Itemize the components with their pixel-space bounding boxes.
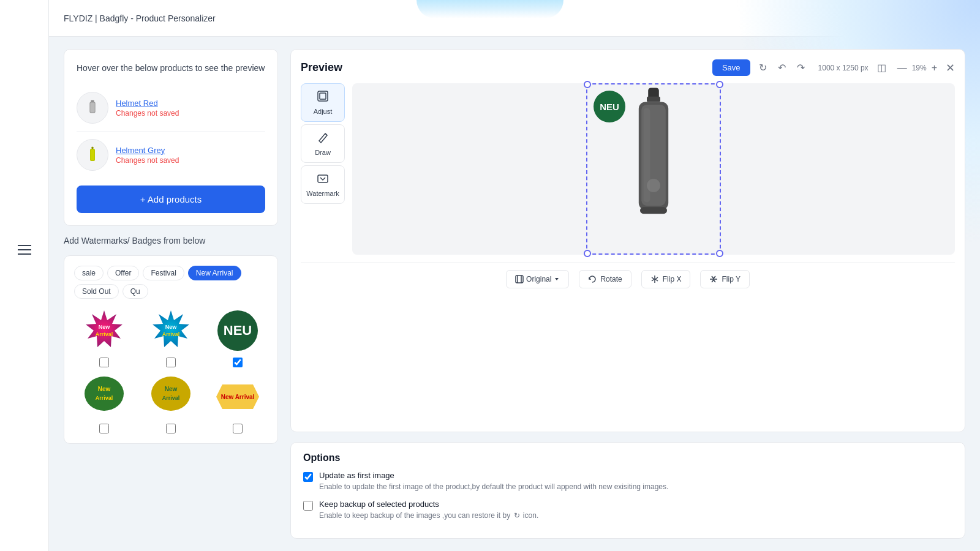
product-name-1[interactable]: Helmet Red xyxy=(116,99,179,108)
chevron-down-icon xyxy=(554,276,560,282)
original-icon xyxy=(515,275,524,283)
badge-item-3: NEU xyxy=(208,309,268,367)
badge-checkbox-1[interactable] xyxy=(99,358,109,367)
badge-checkbox-5[interactable] xyxy=(166,424,176,433)
zoom-out-btn[interactable]: — xyxy=(895,60,910,76)
tool-watermark-btn[interactable]: Watermark xyxy=(301,165,345,204)
flip-y-icon xyxy=(709,275,718,283)
flip-x-label: Flip X xyxy=(663,275,682,283)
tab-festival[interactable]: Festival xyxy=(143,266,184,280)
badge-svg-6: New Arrival xyxy=(216,384,259,409)
badge-item-1: New Arrival xyxy=(74,309,134,367)
zoom-level: 19% xyxy=(912,64,927,72)
flip-x-btn[interactable]: Flip X xyxy=(641,270,691,288)
product-info-2: Helment Grey Changes not saved xyxy=(116,146,179,165)
preview-save-btn[interactable]: Save xyxy=(712,59,750,76)
original-btn[interactable]: Original xyxy=(506,270,569,288)
svg-rect-0 xyxy=(91,100,94,102)
neu-badge: NEU xyxy=(594,91,625,122)
option-text-1: Update as first image Enable to update t… xyxy=(319,471,668,492)
badge-item-2: New Arrival xyxy=(141,309,200,367)
svg-text:New: New xyxy=(165,386,178,392)
product-image-1 xyxy=(84,99,101,116)
topbar-save-btn[interactable]: Save xyxy=(922,9,965,28)
product-thumb-2 xyxy=(77,139,108,171)
option-checkbox-1[interactable] xyxy=(303,472,313,482)
products-hint: Hover over the below products to see the… xyxy=(77,62,265,75)
tool-adjust-btn[interactable]: Adjust xyxy=(301,83,345,122)
flip-x-icon xyxy=(650,275,659,283)
badge-checkbox-4[interactable] xyxy=(99,424,109,433)
preview-toolbar: Save ↻ ↶ ↷ 1000 x 1250 px ◫ — 19% + ✕ xyxy=(712,59,955,76)
tool-draw-label: Draw xyxy=(315,149,331,156)
topbar: FLYDIZ | Badgfly - Product Personalizer … xyxy=(49,0,980,37)
svg-text:New Arrival: New Arrival xyxy=(221,394,255,400)
products-card: Hover over the below products to see the… xyxy=(64,49,278,226)
menu-icon[interactable] xyxy=(18,245,31,255)
svg-rect-26 xyxy=(318,175,328,182)
tab-new-arrival[interactable]: New Arrival xyxy=(188,266,241,280)
svg-text:Arrival: Arrival xyxy=(95,395,113,401)
topbar-right: Save xyxy=(922,9,965,28)
dimension-text: 1000 x 1250 px xyxy=(818,64,869,72)
badge-checkbox-3[interactable] xyxy=(233,358,243,367)
zoom-in-btn[interactable]: + xyxy=(929,60,940,76)
option-row-1: Update as first image Enable to update t… xyxy=(303,471,952,492)
watermark-icon xyxy=(317,172,329,187)
redo-btn[interactable]: ↷ xyxy=(794,59,807,76)
tool-draw-btn[interactable]: Draw xyxy=(301,124,345,163)
badge-img-6: New Arrival xyxy=(216,375,260,419)
svg-point-18 xyxy=(151,377,190,411)
undo-btn[interactable]: ↶ xyxy=(775,59,788,76)
badge-grid: New Arrival xyxy=(74,309,268,433)
tab-qu[interactable]: Qu xyxy=(123,284,148,299)
badge-img-2: New Arrival xyxy=(149,309,193,353)
handle-br[interactable] xyxy=(716,250,723,257)
option-text-2: Keep backup of selected products Enable … xyxy=(319,500,538,521)
handle-bl[interactable] xyxy=(584,250,591,257)
redo-icon-btn[interactable]: ↻ xyxy=(756,59,769,76)
preview-body: Adjust Draw xyxy=(301,83,955,255)
svg-rect-28 xyxy=(647,97,660,102)
add-products-btn[interactable]: + Add products xyxy=(77,186,265,213)
canvas-selection[interactable]: NEU xyxy=(586,83,721,255)
badge-svg-2: New Arrival xyxy=(149,309,192,352)
flip-y-btn[interactable]: Flip Y xyxy=(700,270,749,288)
watermarks-label: Add Watermarks/ Badges from below xyxy=(64,236,278,246)
svg-rect-25 xyxy=(320,93,326,99)
badge-img-5: New Arrival xyxy=(149,375,193,419)
badge-checkbox-2[interactable] xyxy=(166,358,176,367)
tool-adjust-label: Adjust xyxy=(314,108,333,115)
product-row-1: Helmet Red Changes not saved xyxy=(77,84,265,132)
right-panel: Preview Save ↻ ↶ ↷ 1000 x 1250 px ◫ — 19… xyxy=(290,49,965,539)
bottle-svg xyxy=(617,84,690,219)
badge-item-4: New Arrival xyxy=(74,375,134,433)
main-content: FLYDIZ | Badgfly - Product Personalizer … xyxy=(49,0,980,551)
preview-bottom-toolbar: Original Rotate xyxy=(301,262,955,288)
svg-rect-32 xyxy=(640,207,667,214)
layout-icon-btn[interactable]: ◫ xyxy=(875,59,889,76)
svg-point-33 xyxy=(647,179,660,192)
svg-text:Arrival: Arrival xyxy=(162,331,180,337)
product-thumb-1 xyxy=(77,92,108,124)
svg-text:Arrival: Arrival xyxy=(162,395,180,401)
badge-checkbox-6[interactable] xyxy=(233,424,243,433)
rotate-btn[interactable]: Rotate xyxy=(579,270,631,288)
svg-rect-2 xyxy=(90,103,94,113)
tab-sale[interactable]: sale xyxy=(74,266,104,280)
product-name-2[interactable]: Helment Grey xyxy=(116,146,179,155)
svg-text:New: New xyxy=(97,386,110,392)
tab-offer[interactable]: Offer xyxy=(107,266,139,280)
options-title: Options xyxy=(303,452,952,463)
svg-text:Arrival: Arrival xyxy=(95,331,113,337)
tab-sold-out[interactable]: Sold Out xyxy=(74,284,119,299)
option-checkbox-2[interactable] xyxy=(303,501,313,511)
product-image-2 xyxy=(84,146,101,163)
close-preview-btn[interactable]: ✕ xyxy=(946,61,955,75)
badge-img-3: NEU xyxy=(216,309,260,353)
svg-rect-5 xyxy=(91,150,94,160)
original-label: Original xyxy=(526,275,551,283)
tool-watermark-label: Watermark xyxy=(306,190,339,197)
option-desc-1: Enable to update the first image of the … xyxy=(319,481,668,492)
option-label-1: Update as first image xyxy=(319,471,668,480)
